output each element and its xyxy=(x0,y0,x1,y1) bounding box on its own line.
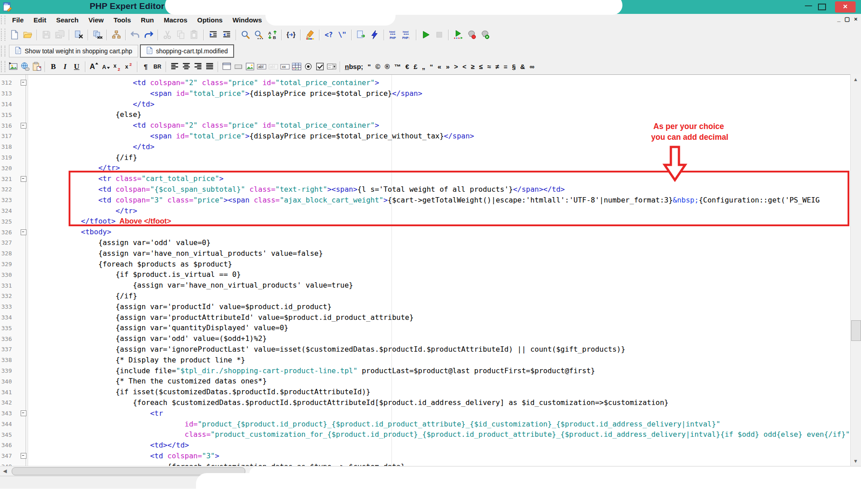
insert-image-icon[interactable] xyxy=(7,61,19,73)
align-justify-icon[interactable] xyxy=(204,61,215,73)
toolbar-grip[interactable] xyxy=(1,29,5,41)
special-char-©[interactable]: © xyxy=(373,60,383,73)
insert-radio-icon[interactable] xyxy=(302,61,314,73)
mdi-close-icon[interactable]: × xyxy=(854,15,857,24)
code-line-344[interactable]: 344 id="product_{$product.id_product}_{$… xyxy=(0,419,850,430)
fold-collapse-icon[interactable] xyxy=(21,453,26,459)
syntax-check-icon[interactable] xyxy=(368,28,381,42)
code-line-330[interactable]: 330 {if $product.is_virtual == 0} xyxy=(0,269,850,280)
insert-text-field-icon[interactable]: abl xyxy=(256,61,267,73)
special-char->[interactable]: > xyxy=(452,60,460,73)
fold-collapse-icon[interactable] xyxy=(21,80,26,86)
special-char-"[interactable]: " xyxy=(365,60,373,73)
underline-icon[interactable]: U xyxy=(71,61,83,73)
indent-icon[interactable] xyxy=(206,28,220,42)
find-next-icon[interactable] xyxy=(252,28,265,42)
toolbar-grip[interactable] xyxy=(1,46,5,56)
font-increase-icon[interactable]: A xyxy=(88,61,100,73)
undo-icon[interactable] xyxy=(128,28,142,42)
outdent-icon[interactable] xyxy=(220,28,233,42)
code-line-347[interactable]: 347 <td colspan="3"> xyxy=(0,451,850,461)
code-line-337[interactable]: 337 {assign var='ignoreProductLast' valu… xyxy=(0,344,850,355)
code-line-312[interactable]: 312 <td colspan="2" class="price" id="to… xyxy=(0,78,850,88)
special-char-&[interactable]: & xyxy=(518,60,527,73)
menu-item-view[interactable]: View xyxy=(83,14,109,26)
special-char-∞[interactable]: ∞ xyxy=(527,60,537,73)
close-file-icon[interactable] xyxy=(72,28,85,42)
goto-bracket-icon[interactable]: {} xyxy=(284,28,298,42)
run-icon[interactable] xyxy=(419,28,432,42)
code-line-320[interactable]: 320 </tr> xyxy=(0,163,850,173)
special-char-„[interactable]: „ xyxy=(420,60,428,73)
code-line-329[interactable]: 329 {foreach $products as $product} xyxy=(0,259,850,270)
code-line-326[interactable]: 326 <tbody> xyxy=(0,227,850,237)
code-line-314[interactable]: 314 </td> xyxy=(0,99,850,110)
scroll-down-icon[interactable]: ▼ xyxy=(852,457,860,465)
code-line-333[interactable]: 333 {assign var='productId' value=$produ… xyxy=(0,302,850,312)
preview-in-browser-icon[interactable] xyxy=(354,28,368,42)
special-char-≥[interactable]: ≥ xyxy=(469,60,477,73)
align-left-icon[interactable] xyxy=(169,61,180,73)
code-line-324[interactable]: 324 </tr> xyxy=(0,206,850,216)
align-right-icon[interactable] xyxy=(192,61,204,73)
special-char-®[interactable]: ® xyxy=(383,60,392,73)
fold-collapse-icon[interactable] xyxy=(21,229,26,235)
vertical-scroll-thumb[interactable] xyxy=(851,320,861,341)
special-char-«[interactable]: « xyxy=(435,60,444,73)
menu-item-windows[interactable]: Windows xyxy=(227,14,267,26)
new-file-icon[interactable] xyxy=(7,28,21,42)
subscript-icon[interactable]: x2 xyxy=(111,61,123,73)
code-line-336[interactable]: 336 {assign var='odd' value=($odd+1)%2} xyxy=(0,333,850,344)
html-to-php-echo-icon[interactable]: html+++PHP: xyxy=(400,28,413,42)
code-line-345[interactable]: 345 class="product_customization_for_{$p… xyxy=(0,429,850,440)
code-line-313[interactable]: 313 <span id="total_price">{displayPrice… xyxy=(0,88,850,99)
scroll-left-icon[interactable]: ◀ xyxy=(1,467,9,474)
code-line-328[interactable]: 328 {assign var='have_non_virtual_produc… xyxy=(0,248,850,259)
paragraph-icon[interactable]: ¶ xyxy=(140,61,152,73)
code-line-319[interactable]: 319 {/if} xyxy=(0,152,850,163)
open-file-icon[interactable] xyxy=(21,28,34,42)
code-line-321[interactable]: 321 <tr class="cart_total_price"> xyxy=(0,173,850,184)
code-line-335[interactable]: 335 {assign var='quantityDisplayed' valu… xyxy=(0,323,850,333)
insert-checkbox-icon[interactable] xyxy=(314,61,326,73)
special-char-™[interactable]: ™ xyxy=(392,60,403,73)
special-char-»[interactable]: » xyxy=(444,60,452,73)
code-line-325[interactable]: 325 </tfoot> Above </tfoot> xyxy=(0,216,850,227)
toolbar-grip[interactable] xyxy=(1,61,5,72)
code-line-323[interactable]: 323 <td colspan="3" class="price"><span … xyxy=(0,195,850,206)
run-to-cursor-icon[interactable] xyxy=(451,28,465,42)
replace-icon[interactable]: AB xyxy=(265,28,279,42)
special-char-nbsp[interactable]: nbsp; xyxy=(343,60,365,73)
scroll-up-icon[interactable]: ▲ xyxy=(852,75,860,83)
macro-record-icon[interactable] xyxy=(465,28,478,42)
highlighter-icon[interactable] xyxy=(303,28,317,42)
mdi-minimize-icon[interactable]: _ xyxy=(837,15,840,24)
menu-item-options[interactable]: Options xyxy=(192,14,228,26)
insert-form-icon[interactable] xyxy=(221,61,232,73)
code-line-339[interactable]: 339 {include file="$tpl_dir./shopping-ca… xyxy=(0,366,850,376)
special-char-≤[interactable]: ≤ xyxy=(477,60,485,73)
paste-html-icon[interactable] xyxy=(30,61,42,73)
document-tab-1[interactable]: Show total weight in shopping cart.php xyxy=(9,45,138,57)
italic-icon[interactable]: I xyxy=(59,61,71,73)
menu-item-run[interactable]: Run xyxy=(136,14,159,26)
code-line-341[interactable]: 341 {if isset($customizedDatas.$productI… xyxy=(0,387,850,397)
code-explorer-icon[interactable] xyxy=(109,28,123,42)
document-tab-2[interactable]: shopping-cart.tpl.modified xyxy=(140,44,234,58)
menu-item-macros[interactable]: Macros xyxy=(159,14,192,26)
fold-collapse-icon[interactable] xyxy=(21,410,26,416)
code-editor[interactable]: 312 <td colspan="2" class="price" id="to… xyxy=(0,74,861,466)
font-decrease-icon[interactable]: A xyxy=(100,61,111,73)
special-char-§[interactable]: § xyxy=(510,60,518,73)
html-to-php-icon[interactable]: html+++PHP xyxy=(387,28,400,42)
special-char-<[interactable]: < xyxy=(460,60,469,73)
macro-play-icon[interactable] xyxy=(478,28,491,42)
code-line-346[interactable]: 346 <td></td> xyxy=(0,440,850,451)
code-line-334[interactable]: 334 {assign var='productAttributeId' val… xyxy=(0,312,850,323)
bold-icon[interactable]: B xyxy=(48,61,59,73)
fold-collapse-icon[interactable] xyxy=(21,123,26,129)
special-char-€[interactable]: € xyxy=(403,60,411,73)
insert-link-icon[interactable] xyxy=(19,61,30,73)
insert-password-icon[interactable]: xx xyxy=(279,61,291,73)
code-line-338[interactable]: 338 {* Display the product line *} xyxy=(0,355,850,366)
